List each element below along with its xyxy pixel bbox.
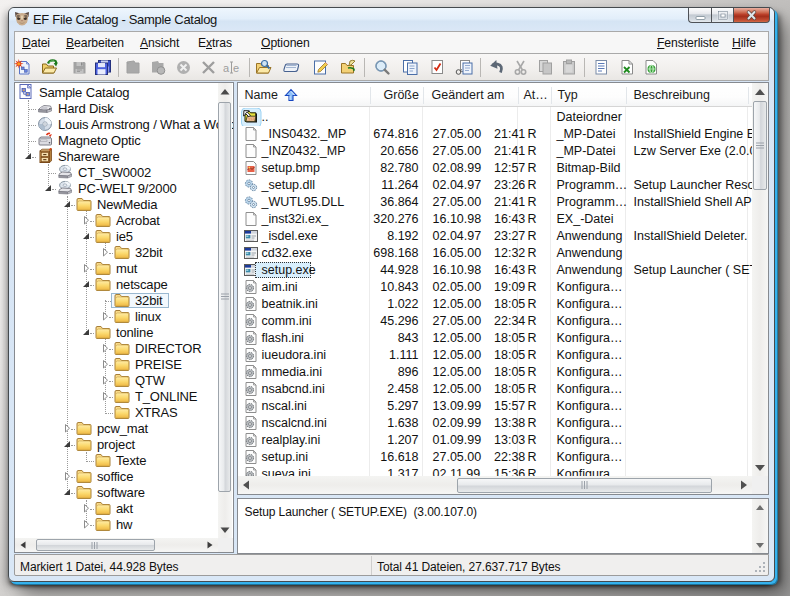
svg-text:a: a	[223, 61, 230, 73]
svg-text:e: e	[233, 61, 239, 73]
